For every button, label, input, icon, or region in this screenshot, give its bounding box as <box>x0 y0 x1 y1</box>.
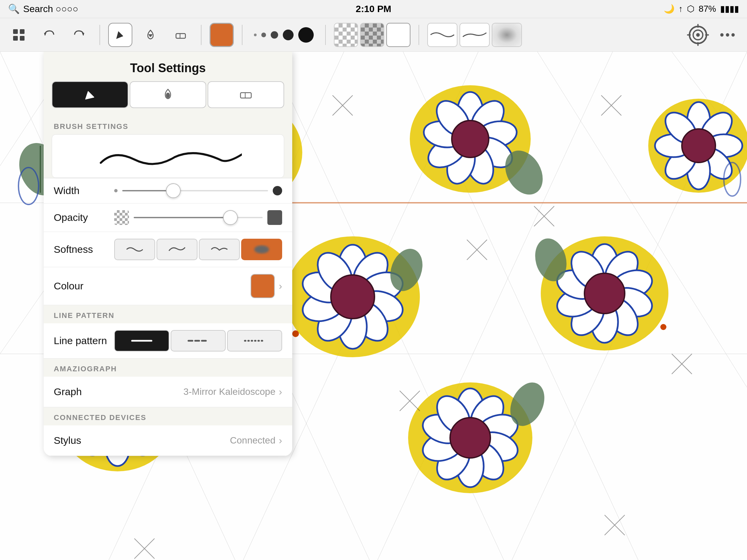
opacity-max-indicator <box>267 210 282 225</box>
brush-preview <box>52 134 284 178</box>
pencil-tool-button[interactable] <box>108 23 132 47</box>
divider-1 <box>99 25 100 45</box>
opacity-slider-thumb[interactable] <box>223 210 238 225</box>
line-dashed-icon <box>186 335 210 347</box>
paint-tab-icon <box>160 87 175 102</box>
undo-button[interactable] <box>37 23 61 47</box>
svg-rect-3 <box>20 36 25 41</box>
stroke-sharp[interactable] <box>460 23 490 47</box>
opacity-control <box>114 210 282 225</box>
opacity-min-indicator <box>114 210 129 225</box>
stylus-chevron-icon: › <box>279 435 282 446</box>
width-slider-track[interactable] <box>122 190 268 191</box>
svg-point-117 <box>450 418 490 458</box>
search-icon: 🔍 <box>8 3 20 15</box>
svg-point-56 <box>452 121 489 157</box>
svg-point-93 <box>585 273 625 314</box>
width-control <box>114 186 282 195</box>
tool-settings-panel: Tool Settings <box>44 52 292 456</box>
graph-row[interactable]: Graph 3-Mirror Kaleidoscope › <box>44 377 292 407</box>
more-button[interactable]: ••• <box>716 23 740 47</box>
status-left: 🔍 Search ○○○○ <box>8 3 78 15</box>
opacity-slider-track[interactable] <box>134 217 263 218</box>
panel-title: Tool Settings <box>44 52 292 81</box>
divider-2 <box>201 25 202 45</box>
svg-marker-5 <box>82 33 84 35</box>
divider-5 <box>418 25 419 45</box>
paint-tool-button[interactable] <box>138 23 162 47</box>
width-slider-thumb[interactable] <box>166 183 181 198</box>
stroke-wavy[interactable] <box>427 23 458 47</box>
connected-devices-label: CONNECTED DEVICES <box>44 407 292 425</box>
texture-checkerboard-1[interactable] <box>334 23 358 47</box>
nav-group <box>7 23 31 47</box>
line-pattern-dashed[interactable] <box>171 330 226 351</box>
svg-point-95 <box>660 324 666 330</box>
status-right: 🌙 ↑ ⬡ 87% ▮▮▮▮ <box>664 4 739 14</box>
eraser-tool-button[interactable] <box>169 23 193 47</box>
width-row: Width <box>44 178 292 204</box>
width-max-dot <box>273 186 282 195</box>
brush-size-lg[interactable] <box>283 30 293 40</box>
target-button[interactable] <box>686 23 710 47</box>
texture-white[interactable] <box>386 23 410 47</box>
erase-tab-icon <box>238 87 253 102</box>
brush-size-group <box>251 27 317 43</box>
colour-row: Colour › <box>44 267 292 305</box>
brush-size-md[interactable] <box>271 31 278 38</box>
softness-group <box>114 239 282 260</box>
divider-3 <box>242 25 242 45</box>
softness-4-icon <box>252 243 271 256</box>
svg-marker-4 <box>44 33 46 35</box>
tab-erase[interactable] <box>208 81 284 108</box>
line-pattern-solid[interactable] <box>114 330 169 351</box>
pencil-icon <box>113 28 127 42</box>
svg-point-11 <box>696 33 700 36</box>
undo-icon <box>42 28 56 42</box>
grid-button[interactable] <box>7 23 31 47</box>
brush-size-sm[interactable] <box>261 32 266 37</box>
stroke-group <box>427 23 522 47</box>
svg-point-147 <box>166 93 170 98</box>
colour-control: › <box>114 274 282 298</box>
graph-chevron-icon: › <box>279 386 282 398</box>
stroke-sharp-icon <box>462 28 488 41</box>
line-pattern-label: LINE PATTERN <box>44 305 292 323</box>
line-solid-icon <box>130 335 154 347</box>
colour-chevron-icon: › <box>279 280 282 292</box>
bluetooth-icon: ⬡ <box>687 4 695 14</box>
softness-row: Softness <box>44 232 292 267</box>
softness-btn-3[interactable] <box>199 239 240 260</box>
opacity-slider-fill <box>134 217 230 218</box>
softness-btn-1[interactable] <box>114 239 155 260</box>
redo-button[interactable] <box>67 23 92 47</box>
amaziograph-label: AMAZIOGRAPH <box>44 358 292 377</box>
moon-icon: 🌙 <box>664 4 674 14</box>
stylus-label: Stylus <box>54 435 121 446</box>
line-pattern-dotted[interactable] <box>227 330 282 351</box>
line-dotted-icon <box>243 335 266 347</box>
svg-rect-7 <box>176 33 185 38</box>
colour-swatch[interactable] <box>251 274 275 298</box>
toolbar: ••• <box>0 18 747 52</box>
stylus-row[interactable]: Stylus Connected › <box>44 425 292 456</box>
status-bar: 🔍 Search ○○○○ 2:10 PM 🌙 ↑ ⬡ 87% ▮▮▮▮ <box>0 0 747 18</box>
brush-size-xs[interactable] <box>254 33 257 36</box>
softness-1-icon <box>125 243 144 256</box>
svg-point-67 <box>682 129 716 162</box>
svg-rect-0 <box>13 29 18 34</box>
texture-group <box>334 23 410 47</box>
svg-rect-2 <box>13 36 18 41</box>
stroke-blur[interactable] <box>492 23 522 47</box>
tab-brush[interactable] <box>52 81 128 108</box>
width-min-dot <box>114 189 118 192</box>
softness-btn-4[interactable] <box>241 239 282 260</box>
softness-btn-2[interactable] <box>156 239 198 260</box>
opacity-row: Opacity <box>44 204 292 232</box>
texture-checkerboard-2[interactable] <box>360 23 384 47</box>
brush-settings-label: BRUSH SETTINGS <box>44 116 292 134</box>
color-swatch[interactable] <box>210 23 234 47</box>
softness-label: Softness <box>54 244 114 255</box>
tab-paint[interactable] <box>130 81 206 108</box>
brush-size-xl[interactable] <box>298 27 314 43</box>
